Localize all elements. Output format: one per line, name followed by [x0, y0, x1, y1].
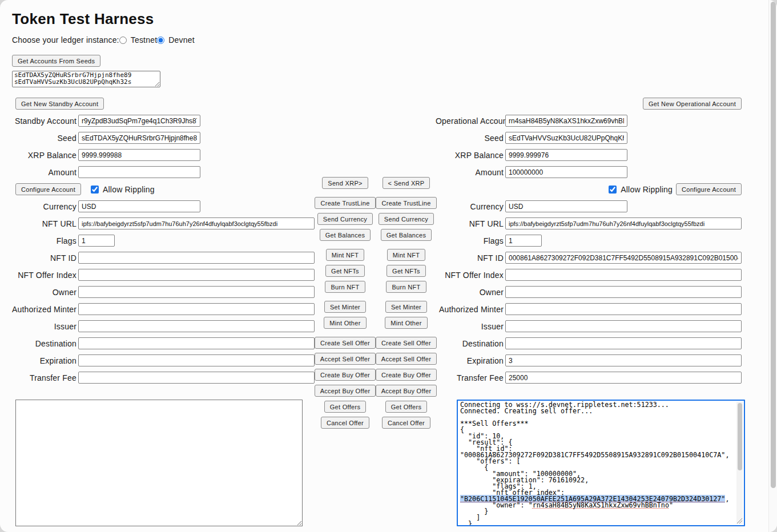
operational-configure-row: Allow Rippling Configure Account	[436, 183, 742, 195]
operational-get-nfts-button[interactable]: Get NFTs	[387, 265, 426, 277]
standby-configure-account-button[interactable]: Configure Account	[15, 183, 81, 195]
operational-burn-nft-button[interactable]: Burn NFT	[386, 281, 426, 293]
operational-issuer-row: Issuer	[436, 320, 742, 332]
operational-mint-nft-button[interactable]: Mint NFT	[387, 249, 426, 261]
standby-cancel-offer-button[interactable]: Cancel Offer	[321, 417, 369, 429]
standby-issuer-row: Issuer	[12, 320, 315, 332]
standby-mint-nft-button[interactable]: Mint NFT	[326, 249, 365, 261]
operational-issuer-input[interactable]	[505, 320, 742, 332]
get-new-standby-account-button[interactable]: Get New Standby Account	[15, 98, 104, 110]
operational-flags-row: Flags	[436, 235, 742, 247]
page-scrollbar-thumb[interactable]	[771, 2, 776, 488]
standby-set-minter-button[interactable]: Set Minter	[324, 301, 366, 313]
operational-currency-row: Currency	[436, 200, 742, 212]
standby-get-offers-button[interactable]: Get Offers	[324, 401, 367, 413]
operational-configure-account-button[interactable]: Configure Account	[676, 183, 742, 195]
operational-get-offers-button[interactable]: Get Offers	[385, 401, 428, 413]
standby-allow-rippling-label[interactable]: Allow Rippling	[103, 185, 155, 194]
standby-create-trustline-button[interactable]: Create TrustLine	[315, 197, 375, 209]
operational-accept-sell-offer-button[interactable]: Accept Sell Offer	[376, 353, 437, 365]
get-accounts-from-seeds-button[interactable]: Get Accounts From Seeds	[12, 55, 100, 67]
operational-set-minter-button[interactable]: Set Minter	[385, 301, 427, 313]
standby-get-balances-button[interactable]: Get Balances	[320, 229, 371, 241]
operational-transfer-fee-input[interactable]	[505, 372, 742, 384]
standby-authorized-minter-input[interactable]	[78, 303, 315, 315]
operational-xrp-balance-input[interactable]	[505, 149, 627, 161]
testnet-radio[interactable]	[119, 37, 127, 44]
standby-destination-row: Destination	[12, 337, 315, 349]
standby-mint-other-button[interactable]: Mint Other	[324, 317, 366, 329]
operational-results-console[interactable]: Connecting to wss://s.devnet.rippletest.…	[457, 400, 745, 526]
operational-nft-offer-index-input[interactable]	[505, 269, 742, 281]
console-text-before: Connecting to wss://s.devnet.rippletest.…	[460, 401, 729, 497]
standby-nft-offer-index-input[interactable]	[78, 269, 315, 281]
standby-transfer-fee-input[interactable]	[78, 372, 315, 384]
standby-flags-input[interactable]	[78, 235, 115, 247]
operational-expiration-row: Expiration	[436, 354, 742, 366]
operational-get-balances-button[interactable]: Get Balances	[381, 229, 432, 241]
standby-seed-input[interactable]	[78, 132, 200, 144]
operational-account-input[interactable]	[505, 115, 627, 127]
console-scrollbar-thumb[interactable]	[738, 403, 742, 470]
operational-create-trustline-button[interactable]: Create TrustLine	[376, 197, 436, 209]
standby-amount-input[interactable]	[78, 166, 200, 178]
operational-currency-input[interactable]	[505, 200, 627, 212]
standby-account-input[interactable]	[78, 115, 200, 127]
operational-allow-rippling-label[interactable]: Allow Rippling	[621, 185, 673, 194]
get-new-operational-account-button[interactable]: Get New Operational Account	[643, 98, 742, 110]
standby-authorized-minter-label: Authorized Minter	[12, 305, 78, 314]
operational-amount-input[interactable]	[505, 166, 627, 178]
standby-destination-input[interactable]	[78, 337, 315, 349]
operational-create-buy-offer-button[interactable]: Create Buy Offer	[376, 369, 437, 381]
page-scrollbar[interactable]	[768, 0, 777, 532]
console-resize-handle[interactable]	[737, 518, 742, 523]
operational-destination-row: Destination	[436, 337, 742, 349]
standby-issuer-input[interactable]	[78, 320, 315, 332]
console-scrollbar[interactable]	[736, 402, 743, 524]
standby-amount-row: Amount	[12, 166, 315, 178]
operational-expiration-input[interactable]	[505, 354, 742, 366]
standby-results-textarea[interactable]	[15, 400, 303, 526]
operational-nft-url-input[interactable]	[505, 217, 742, 229]
operational-transfer-fee-label: Transfer Fee	[436, 373, 505, 382]
operational-accept-buy-offer-button[interactable]: Accept Buy Offer	[376, 385, 437, 397]
devnet-radio[interactable]	[157, 37, 164, 44]
operational-seed-input[interactable]	[505, 132, 627, 144]
standby-xrp-balance-input[interactable]	[78, 149, 200, 161]
standby-accept-sell-offer-button[interactable]: Accept Sell Offer	[315, 353, 376, 365]
standby-allow-rippling-checkbox[interactable]	[91, 186, 99, 194]
operational-send-currency-button[interactable]: Send Currency	[379, 213, 434, 225]
operational-nft-id-input[interactable]	[505, 252, 742, 264]
operational-allow-rippling-checkbox[interactable]	[609, 186, 617, 194]
standby-nft-id-input[interactable]	[78, 252, 315, 264]
standby-nft-id-row: NFT ID	[12, 252, 315, 264]
operational-cancel-offer-button[interactable]: Cancel Offer	[382, 417, 430, 429]
operational-send-xrp-button[interactable]: < Send XRP	[383, 177, 430, 189]
operational-owner-input[interactable]	[505, 286, 742, 298]
standby-create-buy-offer-button[interactable]: Create Buy Offer	[315, 369, 376, 381]
standby-send-currency-button[interactable]: Send Currency	[317, 213, 373, 225]
operational-currency-label: Currency	[436, 202, 505, 211]
standby-xrp-balance-label: XRP Balance	[12, 151, 78, 160]
operational-mint-other-button[interactable]: Mint Other	[385, 317, 427, 329]
standby-currency-input[interactable]	[78, 200, 200, 212]
operational-nft-id-label: NFT ID	[436, 253, 505, 263]
standby-create-sell-offer-button[interactable]: Create Sell Offer	[315, 337, 376, 349]
operational-expiration-label: Expiration	[436, 356, 505, 365]
standby-burn-nft-button[interactable]: Burn NFT	[325, 281, 365, 293]
operational-destination-input[interactable]	[505, 337, 742, 349]
standby-send-xrp-button[interactable]: Send XRP>	[322, 177, 368, 189]
testnet-radio-label[interactable]: Testnet	[131, 35, 158, 45]
standby-accept-buy-offer-button[interactable]: Accept Buy Offer	[315, 385, 376, 397]
operational-create-sell-offer-button[interactable]: Create Sell Offer	[376, 337, 437, 349]
standby-get-nfts-button[interactable]: Get NFTs	[325, 265, 365, 277]
standby-seed-row: Seed	[12, 132, 315, 144]
standby-nft-url-input[interactable]	[78, 217, 315, 229]
operational-authorized-minter-input[interactable]	[505, 303, 742, 315]
standby-owner-input[interactable]	[78, 286, 315, 298]
operational-flags-input[interactable]	[505, 235, 542, 247]
devnet-radio-label[interactable]: Devnet	[168, 35, 195, 45]
standby-expiration-input[interactable]	[78, 354, 315, 366]
standby-nft-url-label: NFT URL	[12, 219, 78, 228]
seeds-textarea[interactable]: sEdTDAX5yZQHuRSrbrG7Hjpjn8fhe89 sEdTVaHV…	[12, 71, 160, 87]
